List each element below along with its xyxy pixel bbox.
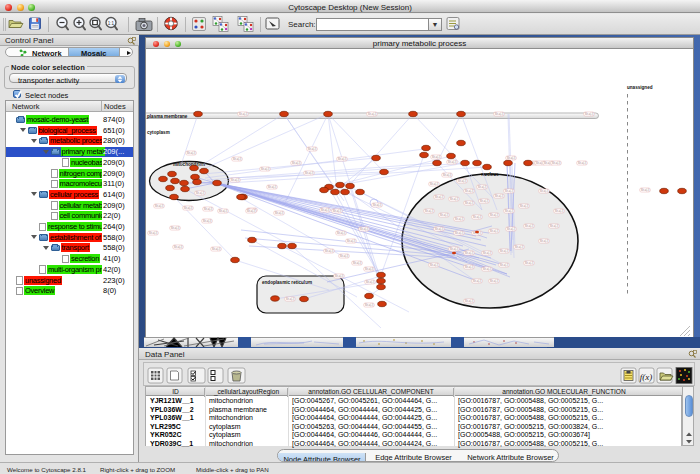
- svg-text:Slr-a(-l): Slr-a(-l): [473, 215, 482, 219]
- svg-text:Slr-a(-l): Slr-a(-l): [465, 189, 474, 193]
- svg-text:Slr-a(-l): Slr-a(-l): [478, 185, 487, 189]
- svg-text:Slr-a(-l): Slr-a(-l): [261, 167, 270, 171]
- svg-text:Slr-a(-l): Slr-a(-l): [525, 261, 534, 265]
- svg-text:Slr-a(-l): Slr-a(-l): [203, 219, 212, 223]
- svg-text:Slr-a(-l): Slr-a(-l): [432, 155, 441, 159]
- svg-text:Slr-a(-l): Slr-a(-l): [641, 188, 650, 192]
- svg-text:Slr-a(-l): Slr-a(-l): [308, 147, 317, 151]
- svg-text:Slr-a(-l): Slr-a(-l): [155, 204, 164, 208]
- svg-text:Slr-a(-l): Slr-a(-l): [490, 279, 499, 283]
- svg-text:Slr-a(-l): Slr-a(-l): [353, 261, 362, 265]
- svg-text:Slr-a(-l): Slr-a(-l): [525, 224, 534, 228]
- svg-text:Slr-a(-l): Slr-a(-l): [483, 267, 492, 271]
- svg-text:Slr-a(-l): Slr-a(-l): [495, 112, 504, 116]
- svg-text:unassigned: unassigned: [627, 85, 653, 90]
- svg-text:Slr-a(-l): Slr-a(-l): [149, 231, 158, 235]
- svg-text:Slr-a(-l): Slr-a(-l): [515, 245, 524, 249]
- svg-text:1:1: 1:1: [108, 21, 115, 26]
- svg-text:Slr-a(-l): Slr-a(-l): [507, 156, 516, 160]
- svg-text:Slr-a(-l): Slr-a(-l): [495, 194, 504, 198]
- svg-text:Slr-a(-l): Slr-a(-l): [443, 173, 452, 177]
- svg-text:Slr-a(-l): Slr-a(-l): [440, 213, 449, 217]
- svg-text:Slr-a(-l): Slr-a(-l): [455, 217, 464, 221]
- svg-text:Slr-a(-l): Slr-a(-l): [448, 160, 457, 164]
- svg-text:Slr-a(-l): Slr-a(-l): [337, 231, 346, 235]
- svg-text:Slr-a(-l): Slr-a(-l): [465, 201, 474, 205]
- svg-text:Slr-a(-l): Slr-a(-l): [171, 226, 180, 230]
- svg-text:f(x): f(x): [640, 372, 653, 382]
- svg-text:Slr-a(-l): Slr-a(-l): [455, 231, 464, 235]
- svg-text:Slr-a(-l): Slr-a(-l): [365, 303, 374, 307]
- svg-text:Slr-a(-l): Slr-a(-l): [325, 249, 334, 253]
- svg-text:Slr-a(-l): Slr-a(-l): [450, 197, 459, 201]
- svg-text:Slr-a(-l): Slr-a(-l): [505, 189, 514, 193]
- svg-text:Slr-a(-l): Slr-a(-l): [505, 209, 514, 213]
- svg-text:Slr-a(-l): Slr-a(-l): [335, 274, 344, 278]
- svg-text:Slr-a(-l): Slr-a(-l): [292, 161, 301, 165]
- svg-text:Slr-a(-l): Slr-a(-l): [450, 247, 459, 251]
- svg-text:Slr-a(-l): Slr-a(-l): [520, 204, 529, 208]
- svg-text:Slr-a(-l): Slr-a(-l): [435, 195, 444, 199]
- svg-text:Slr-a(-l): Slr-a(-l): [204, 207, 213, 211]
- svg-text:Slr-a(-l): Slr-a(-l): [360, 227, 369, 231]
- svg-text:Slr-a(-l): Slr-a(-l): [187, 151, 196, 155]
- svg-text:Slr-a(-l): Slr-a(-l): [340, 254, 349, 258]
- svg-text:Slr-a(-l): Slr-a(-l): [239, 112, 248, 116]
- svg-text:Slr-a(-l): Slr-a(-l): [365, 267, 374, 271]
- svg-text:Slr-a(-l): Slr-a(-l): [552, 161, 561, 165]
- svg-text:Slr-a(-l): Slr-a(-l): [555, 209, 564, 213]
- svg-text:Slr-a(-l): Slr-a(-l): [435, 227, 444, 231]
- svg-text:Slr-a(-l): Slr-a(-l): [268, 185, 277, 189]
- svg-text:cytoplasm: cytoplasm: [147, 130, 170, 135]
- svg-text:Slr-a(-l): Slr-a(-l): [500, 249, 509, 253]
- svg-text:Slr-a(-l): Slr-a(-l): [338, 157, 347, 161]
- svg-text:Slr-a(-l): Slr-a(-l): [578, 161, 587, 165]
- svg-text:Slr-a(-l): Slr-a(-l): [585, 112, 594, 116]
- svg-text:Slr-a(-l): Slr-a(-l): [233, 157, 242, 161]
- svg-text:Slr-a(-l): Slr-a(-l): [305, 171, 314, 175]
- svg-text:Slr-a(-l): Slr-a(-l): [366, 280, 375, 284]
- svg-text:Slr-a(-l): Slr-a(-l): [473, 279, 482, 283]
- svg-text:Slr-a(-l): Slr-a(-l): [347, 239, 356, 243]
- svg-text:Slr-a(-l): Slr-a(-l): [174, 245, 183, 249]
- svg-text:Slr-a(-l): Slr-a(-l): [483, 251, 492, 255]
- svg-text:Slr-a(-l): Slr-a(-l): [425, 209, 434, 213]
- svg-text:Slr-a(-l): Slr-a(-l): [212, 247, 221, 251]
- svg-text:mitochondrion: mitochondrion: [173, 162, 205, 167]
- svg-text:Slr-a(-l): Slr-a(-l): [480, 199, 489, 203]
- svg-text:Slr-a(-l): Slr-a(-l): [247, 209, 256, 213]
- svg-text:Slr-a(-l): Slr-a(-l): [540, 189, 549, 193]
- svg-text:Slr-a(-l): Slr-a(-l): [286, 297, 295, 301]
- svg-text:Slr-a(-l): Slr-a(-l): [275, 211, 284, 215]
- svg-text:Slr-a(-l): Slr-a(-l): [333, 209, 342, 213]
- svg-text:Slr-a(-l): Slr-a(-l): [368, 112, 377, 116]
- svg-text:Slr-a(-l): Slr-a(-l): [550, 224, 559, 228]
- svg-text:Slr-a(-l): Slr-a(-l): [458, 179, 467, 183]
- svg-text:Slr-a(-l): Slr-a(-l): [321, 208, 330, 212]
- svg-text:Slr-a(-l): Slr-a(-l): [373, 203, 382, 207]
- svg-text:Slr-a(-l): Slr-a(-l): [196, 191, 205, 195]
- svg-text:Slr-a(-l): Slr-a(-l): [231, 178, 240, 182]
- svg-text:Slr-a(-l): Slr-a(-l): [500, 263, 509, 267]
- svg-text:Slr-a(-l): Slr-a(-l): [465, 265, 474, 269]
- svg-text:Slr-a(-l): Slr-a(-l): [540, 239, 549, 243]
- svg-text:Slr-a(-l): Slr-a(-l): [184, 206, 193, 210]
- svg-text:Slr-a(-l): Slr-a(-l): [490, 229, 499, 233]
- svg-text:Slr-a(-l): Slr-a(-l): [219, 209, 228, 213]
- svg-text:Slr-a(-l): Slr-a(-l): [465, 251, 474, 255]
- svg-text:Slr-a(-l): Slr-a(-l): [507, 227, 516, 231]
- svg-text:Slr-a(-l): Slr-a(-l): [490, 213, 499, 217]
- svg-text:Slr-a(-l): Slr-a(-l): [430, 263, 439, 267]
- svg-text:Slr-a(-l): Slr-a(-l): [430, 182, 439, 186]
- svg-text:plasma membrane: plasma membrane: [147, 114, 188, 119]
- svg-text:Slr-a(-l): Slr-a(-l): [465, 299, 474, 303]
